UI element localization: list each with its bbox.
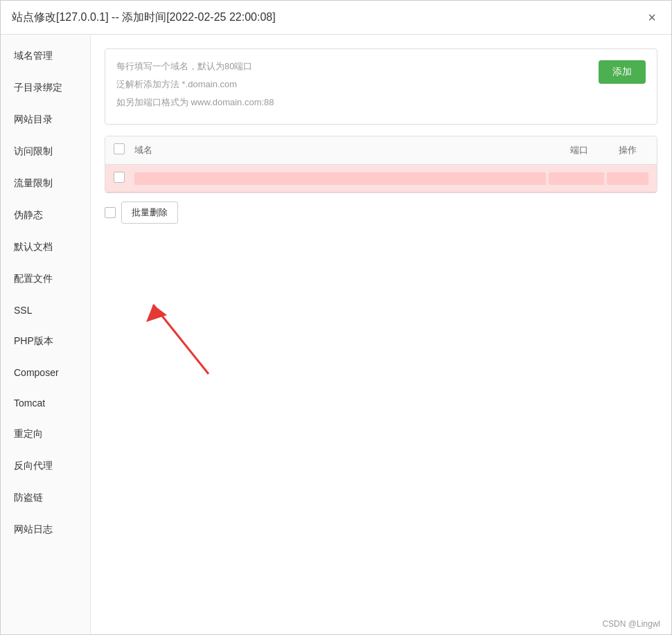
arrow-annotation — [132, 291, 229, 381]
select-all-checkbox[interactable] — [114, 143, 125, 154]
dialog-body: 域名管理 子目录绑定 网站目录 访问限制 流量限制 伪静态 默认文档 配置文件 — [1, 35, 671, 634]
hint-2: 泛解析添加方法 *.domain.com — [116, 75, 646, 93]
sidebar-item-reverse-proxy[interactable]: 反向代理 — [1, 450, 90, 482]
domain-input-area: 每行填写一个域名，默认为80端口 泛解析添加方法 *.domain.com 如另… — [105, 48, 657, 125]
table-row — [105, 165, 657, 193]
table-header: 域名 端口 操作 — [105, 136, 657, 165]
sidebar-item-composer[interactable]: Composer — [1, 357, 90, 388]
domain-table: 域名 端口 操作 — [105, 136, 657, 193]
hint-3: 如另加端口格式为 www.domain.com:88 — [116, 93, 646, 111]
sidebar-item-php-version[interactable]: PHP版本 — [1, 325, 90, 357]
sidebar-item-access-limit[interactable]: 访问限制 — [1, 136, 90, 168]
hint-1: 每行填写一个域名，默认为80端口 — [116, 57, 646, 75]
sidebar-item-website-dir[interactable]: 网站目录 — [1, 104, 90, 136]
sidebar-item-default-doc[interactable]: 默认文档 — [1, 231, 90, 263]
main-content: 每行填写一个域名，默认为80端口 泛解析添加方法 *.domain.com 如另… — [91, 35, 671, 634]
svg-line-0 — [153, 305, 209, 374]
row-checkbox[interactable] — [114, 172, 125, 183]
svg-marker-1 — [146, 305, 167, 322]
dialog: 站点修改[127.0.0.1] -- 添加时间[2022-02-25 22:00… — [0, 0, 672, 635]
add-button[interactable]: 添加 — [599, 60, 646, 84]
sidebar-item-website-log[interactable]: 网站日志 — [1, 514, 90, 546]
table-col-action: 操作 — [607, 144, 648, 156]
batch-delete-area: 批量删除 — [105, 202, 657, 224]
sidebar: 域名管理 子目录绑定 网站目录 访问限制 流量限制 伪静态 默认文档 配置文件 — [1, 35, 91, 634]
sidebar-item-ssl[interactable]: SSL — [1, 295, 90, 325]
sidebar-item-hotlink-protect[interactable]: 防盗链 — [1, 482, 90, 514]
batch-checkbox[interactable] — [105, 207, 116, 218]
row-domain-value — [134, 172, 546, 185]
sidebar-item-redirect[interactable]: 重定向 — [1, 418, 90, 450]
table-col-domain: 域名 — [134, 144, 551, 156]
table-col-port: 端口 — [551, 144, 607, 156]
row-port-value — [549, 172, 604, 185]
sidebar-item-pseudo-static[interactable]: 伪静态 — [1, 199, 90, 231]
title-bar: 站点修改[127.0.0.1] -- 添加时间[2022-02-25 22:00… — [1, 1, 671, 35]
sidebar-item-subdir-bind[interactable]: 子目录绑定 — [1, 72, 90, 104]
dialog-title: 站点修改[127.0.0.1] -- 添加时间[2022-02-25 22:00… — [12, 10, 276, 25]
sidebar-item-traffic-limit[interactable]: 流量限制 — [1, 168, 90, 199]
sidebar-item-domain-manage[interactable]: 域名管理 — [1, 40, 90, 72]
close-button[interactable]: × — [644, 9, 660, 26]
sidebar-item-config-file[interactable]: 配置文件 — [1, 263, 90, 295]
batch-delete-button[interactable]: 批量删除 — [121, 202, 178, 224]
watermark: CSDN @Lingwl — [602, 619, 660, 629]
sidebar-item-tomcat[interactable]: Tomcat — [1, 388, 90, 418]
row-action-value — [607, 172, 648, 185]
